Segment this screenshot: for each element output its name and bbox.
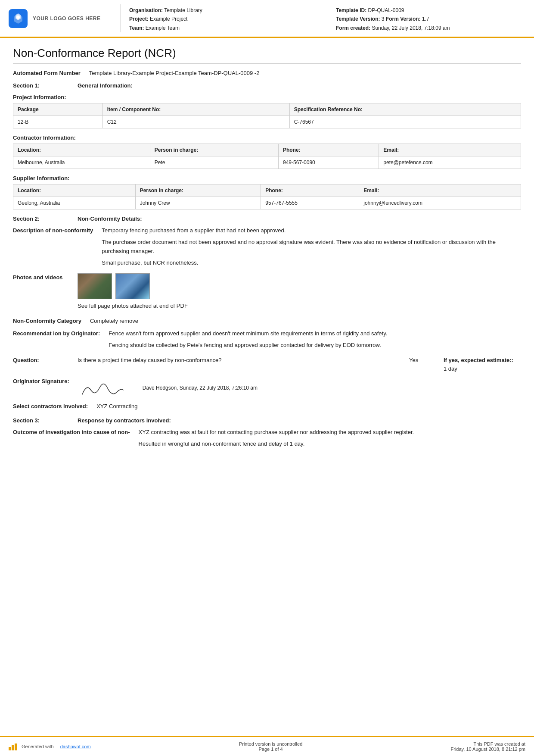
outcome-line-2: Resulted in wrongful and non-conformant … — [139, 440, 521, 449]
contractor-info-title: Contractor Information: — [13, 134, 521, 141]
signature-details: Dave Hodgson, Sunday, 22 July 2018, 7:26… — [143, 384, 258, 392]
form-created-value: Sunday, 22 July 2018, 7:18:09 am — [372, 25, 450, 31]
description-line-3: Small purchase, but NCR nonetheless. — [102, 259, 521, 268]
dashpivot-logo-icon — [9, 743, 19, 750]
logo-icon — [9, 9, 28, 28]
contractor-col-person: Person in charge: — [150, 144, 278, 156]
svg-rect-1 — [9, 747, 11, 750]
photos-label: Photos and videos — [13, 273, 69, 281]
question-row: Question: Is there a project time delay … — [13, 356, 521, 374]
contractor-col-email: Email: — [379, 144, 521, 156]
supplier-location: Geelong, Australia — [13, 197, 136, 209]
project-info-title: Project Information: — [13, 94, 521, 100]
outcome-row: Outcome of investigation into cause of n… — [13, 428, 521, 451]
template-version-value: 3 — [382, 16, 385, 22]
question-field-value: Is there a project time delay caused by … — [78, 356, 521, 374]
section2-header: Section 2: Non-Conformity Details: — [13, 216, 521, 222]
contractor-email: pete@petefence.com — [379, 156, 521, 169]
recommendation-line-1: Fence wasn't form approved supplier and … — [109, 329, 521, 338]
main-content: Non-Conformance Report (NCR) Automated F… — [0, 38, 534, 736]
logo-area: YOUR LOGO GOES HERE — [9, 4, 121, 32]
supplier-col-person: Person in charge: — [135, 184, 261, 197]
header-meta-right: Template ID: DP-QUAL-0009 Template Versi… — [336, 6, 525, 32]
section2-label: Section 2: — [13, 216, 69, 222]
team-value: Example Team — [146, 25, 180, 31]
nc-category-row: Non-Conformity Category Completely remov… — [13, 317, 521, 326]
project-col-spec: Specification Reference No: — [289, 103, 521, 116]
section3-label: Section 3: — [13, 417, 69, 424]
description-value: Temporary fencing purchased from a suppl… — [102, 226, 521, 270]
question-text: Is there a project time delay caused by … — [78, 356, 400, 365]
contractors-row: Select contractors involved: XYZ Contrac… — [13, 402, 521, 411]
supplier-col-location: Location: — [13, 184, 136, 197]
section3-header: Section 3: Response by contractors invol… — [13, 417, 521, 424]
question-inner-row: Is there a project time delay caused by … — [78, 356, 521, 374]
org-label: Organisation: — [129, 7, 163, 13]
supplier-person: Johnny Crew — [135, 197, 261, 209]
team-label: Team: — [129, 25, 144, 31]
form-created-label: Form created: — [336, 25, 370, 31]
footer: Generated with dashpivot.com Printed ver… — [0, 736, 534, 756]
table-row: 12-B C12 C-76567 — [13, 116, 521, 128]
contractors-value: XYZ Contracting — [96, 402, 521, 411]
section3-title: Response by contractors involved: — [78, 417, 171, 424]
signature-label: Originator Signature: — [13, 377, 69, 384]
section1-header: Section 1: General Information: — [13, 82, 521, 89]
footer-right-date: Friday, 10 August 2018, 8:21:12 pm — [451, 747, 525, 752]
footer-uncontrolled: Printed version is uncontrolled — [239, 741, 302, 747]
signature-row: Originator Signature: Dave Hodgson, Sund… — [13, 377, 521, 399]
template-id-label: Template ID: — [336, 7, 366, 13]
question-label: Question: — [13, 356, 69, 363]
photo-thumb-2 — [115, 273, 150, 299]
table-row: Melbourne, Australia Pete 949-567-0090 p… — [13, 156, 521, 169]
footer-link[interactable]: dashpivot.com — [60, 744, 91, 749]
template-id-value: DP-QUAL-0009 — [368, 7, 404, 13]
question-answer: Yes — [409, 356, 435, 365]
svg-rect-2 — [12, 745, 14, 750]
question-estimate-value: 1 day — [444, 366, 457, 372]
footer-left: Generated with dashpivot.com — [9, 743, 91, 750]
template-version-label: Template Version: — [336, 16, 380, 22]
signature-area: Dave Hodgson, Sunday, 22 July 2018, 7:26… — [78, 377, 521, 399]
signature-image — [78, 377, 130, 399]
photos-caption: See full page photos attached at end of … — [78, 302, 521, 311]
form-number-label: Automated Form Number — [13, 70, 81, 76]
project-package: 12-B — [13, 116, 103, 128]
outcome-value: XYZ contracting was at fault for not con… — [139, 428, 521, 451]
form-number-value: Template Library-Example Project-Example… — [89, 70, 260, 76]
description-line-1: Temporary fencing purchased from a suppl… — [102, 226, 521, 235]
photo-container — [78, 273, 521, 299]
project-col-item: Item / Component No: — [102, 103, 289, 116]
photos-value: See full page photos attached at end of … — [78, 273, 521, 313]
nc-category-label: Non-Conformity Category — [13, 317, 81, 324]
footer-right: This PDF was created at Friday, 10 Augus… — [451, 741, 525, 752]
contractors-label: Select contractors involved: — [13, 402, 88, 409]
question-estimate: If yes, expected estimate:: 1 day — [444, 356, 521, 374]
question-estimate-label: If yes, expected estimate:: — [444, 357, 513, 363]
footer-center: Printed version is uncontrolled Page 1 o… — [239, 741, 302, 752]
supplier-info-table: Location: Person in charge: Phone: Email… — [13, 184, 521, 209]
recommendation-label: Recommendat ion by Originator: — [13, 329, 100, 337]
header: YOUR LOGO GOES HERE Organisation: Templa… — [0, 0, 534, 38]
recommendation-row: Recommendat ion by Originator: Fence was… — [13, 329, 521, 353]
photos-row: Photos and videos See full page photos a… — [13, 273, 521, 313]
supplier-info-title: Supplier Information: — [13, 175, 521, 181]
report-title: Non-Conformance Report (NCR) — [13, 47, 521, 60]
table-row: Geelong, Australia Johnny Crew 957-767-5… — [13, 197, 521, 209]
project-item: C12 — [102, 116, 289, 128]
form-version-value: 1.7 — [422, 16, 429, 22]
supplier-col-phone: Phone: — [261, 184, 359, 197]
supplier-email: johnny@fencedlivery.com — [359, 197, 521, 209]
footer-right-text: This PDF was created at — [451, 741, 525, 747]
footer-generated-text: Generated with — [22, 744, 54, 749]
section1-title: General Information: — [78, 82, 133, 89]
project-info-table: Package Item / Component No: Specificati… — [13, 103, 521, 128]
contractor-info-table: Location: Person in charge: Phone: Email… — [13, 144, 521, 169]
contractor-col-location: Location: — [13, 144, 150, 156]
section2-title: Non-Conformity Details: — [78, 216, 142, 222]
supplier-phone: 957-767-5555 — [261, 197, 359, 209]
recommendation-line-2: Fencing should be collected by Pete's fe… — [109, 341, 521, 350]
contractor-phone: 949-567-0090 — [279, 156, 379, 169]
section1-label: Section 1: — [13, 82, 69, 89]
footer-page: Page 1 of 4 — [239, 747, 302, 752]
